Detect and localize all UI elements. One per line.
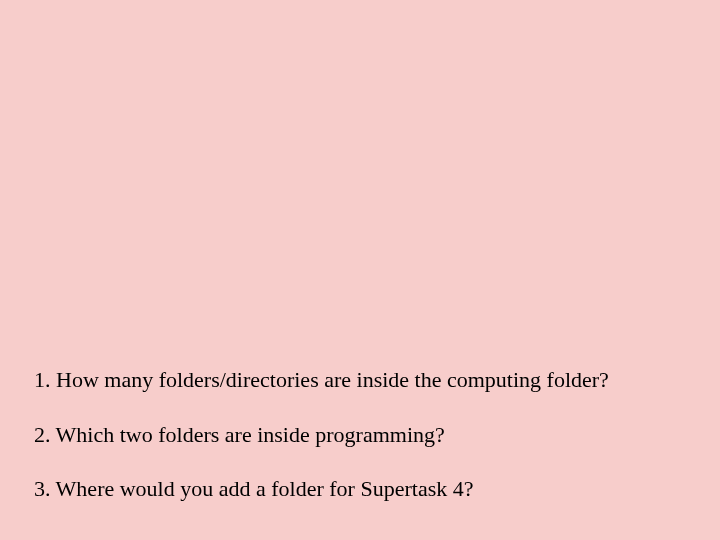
question-item: 1. How many folders/directories are insi… [34,366,700,395]
question-number: 2. [34,422,51,447]
question-item: 2. Which two folders are inside programm… [34,421,700,450]
question-text: Which two folders are inside programming… [56,422,445,447]
question-text: How many folders/directories are inside … [56,367,609,392]
question-number: 3. [34,476,51,501]
question-number: 1. [34,367,51,392]
question-item: 3. Where would you add a folder for Supe… [34,475,700,504]
question-text: Where would you add a folder for Superta… [56,476,474,501]
question-list: 1. How many folders/directories are insi… [34,366,700,530]
